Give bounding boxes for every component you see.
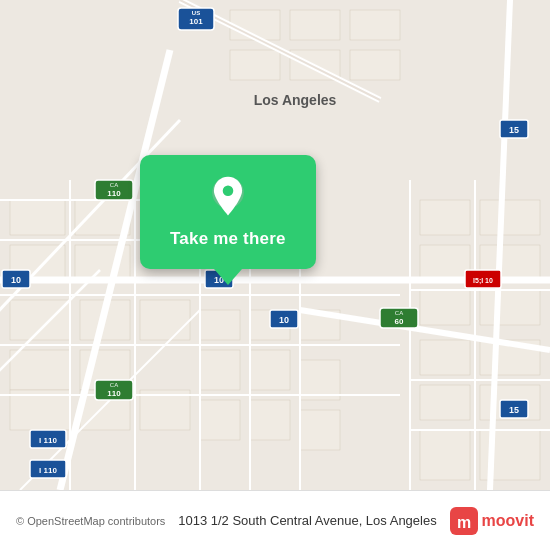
svg-rect-34 (480, 290, 540, 325)
tooltip-container: Take me there (140, 155, 316, 285)
svg-rect-19 (10, 200, 65, 235)
svg-text:15: 15 (509, 405, 519, 415)
svg-rect-39 (420, 430, 470, 480)
svg-text:110: 110 (107, 389, 121, 398)
svg-rect-31 (480, 200, 540, 235)
svg-rect-6 (140, 300, 190, 340)
svg-rect-35 (420, 340, 470, 375)
svg-rect-15 (200, 400, 240, 440)
svg-text:15: 15 (509, 125, 519, 135)
svg-point-96 (223, 186, 234, 197)
svg-rect-30 (420, 245, 470, 280)
svg-rect-24 (290, 10, 340, 40)
svg-rect-2 (10, 300, 70, 340)
svg-text:CA: CA (395, 310, 403, 316)
location-pin-icon (206, 175, 250, 219)
svg-text:60: 60 (395, 317, 404, 326)
svg-text:I5;I 10: I5;I 10 (473, 277, 493, 285)
moovit-logo: m moovit (450, 507, 534, 535)
svg-rect-37 (420, 385, 470, 420)
svg-rect-27 (350, 10, 400, 40)
svg-text:CA: CA (110, 382, 118, 388)
svg-rect-7 (200, 310, 240, 340)
svg-text:10: 10 (11, 275, 21, 285)
svg-rect-28 (350, 50, 400, 80)
map-container: US 101 10 CA 110 CA 110 10 10 CA 60 15 I… (0, 0, 550, 490)
svg-rect-33 (420, 290, 470, 325)
map-attribution: © OpenStreetMap contributors (16, 515, 165, 527)
svg-text:101: 101 (189, 17, 203, 26)
svg-text:US: US (192, 10, 200, 16)
take-me-there-button[interactable]: Take me there (170, 229, 286, 249)
moovit-logo-icon: m (450, 507, 478, 535)
svg-rect-16 (250, 400, 290, 440)
svg-rect-18 (300, 410, 340, 450)
svg-text:m: m (456, 514, 470, 531)
svg-rect-3 (10, 350, 70, 390)
bottom-bar: © OpenStreetMap contributors 1013 1/2 So… (0, 490, 550, 550)
svg-text:10: 10 (279, 315, 289, 325)
svg-text:I 110: I 110 (39, 436, 57, 445)
svg-rect-25 (230, 50, 280, 80)
svg-text:I 110: I 110 (39, 466, 57, 475)
moovit-logo-text: moovit (482, 512, 534, 530)
tooltip-arrow (214, 269, 242, 285)
address-label: 1013 1/2 South Central Avenue, Los Angel… (165, 513, 449, 528)
svg-rect-10 (250, 350, 290, 390)
svg-rect-8 (200, 350, 240, 390)
svg-text:Los Angeles: Los Angeles (254, 92, 337, 108)
svg-text:CA: CA (110, 182, 118, 188)
tooltip-box: Take me there (140, 155, 316, 269)
svg-rect-29 (420, 200, 470, 235)
svg-text:110: 110 (107, 189, 121, 198)
